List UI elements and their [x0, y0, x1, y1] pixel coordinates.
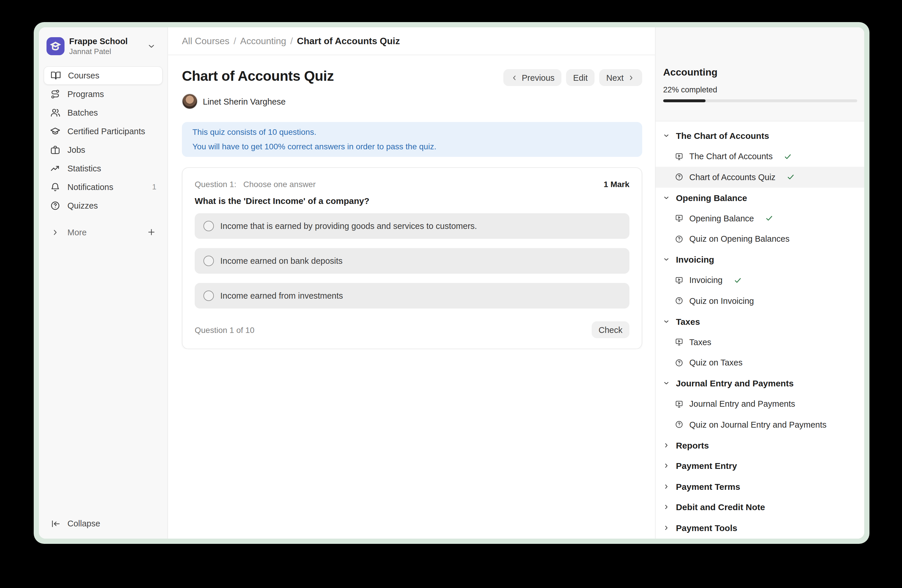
sidebar-item-statistics[interactable]: Statistics [44, 159, 163, 178]
question-text: What is the 'Direct Income' of a company… [195, 196, 630, 206]
check-button[interactable]: Check [592, 321, 630, 338]
outline-item-quiz-on-invoicing[interactable]: Quiz on Invoicing [656, 291, 864, 311]
app-window: Frappe School Jannat Patel CoursesProgra… [34, 22, 869, 544]
breadcrumb-accounting[interactable]: Accounting [240, 36, 286, 46]
outline-section-label: Payment Terms [676, 482, 740, 491]
course-progress-track [663, 99, 857, 102]
course-progress-fill [663, 99, 706, 102]
graduation-cap-icon [50, 126, 60, 136]
help-circle-icon [675, 235, 683, 244]
sidebar-item-batches[interactable]: Batches [44, 103, 163, 122]
sidebar-item-quizzes[interactable]: Quizzes [44, 196, 163, 215]
outline-section-journal-entry-and-payments[interactable]: Journal Entry and Payments [656, 373, 864, 394]
sidebar-item-notifications[interactable]: Notifications1 [44, 178, 163, 196]
sidebar-item-jobs[interactable]: Jobs [44, 140, 163, 159]
chevron-down-icon [662, 194, 670, 202]
edit-button[interactable]: Edit [566, 69, 595, 86]
outline-item-quiz-on-opening-balances[interactable]: Quiz on Opening Balances [656, 228, 864, 249]
outline-item-opening-balance[interactable]: Opening Balance [656, 208, 864, 228]
option-label: Income that is earned by providing goods… [220, 221, 477, 231]
outline-section-reports[interactable]: Reports [656, 435, 864, 455]
route-icon [50, 89, 60, 99]
sidebar-item-programs[interactable]: Programs [44, 84, 163, 103]
outline-item-chart-of-accounts-quiz[interactable]: Chart of Accounts Quiz [656, 167, 864, 188]
sidebar-item-label: Jobs [67, 145, 85, 154]
outline-item-label: Quiz on Taxes [689, 358, 742, 368]
outline-section-payment-tools[interactable]: Payment Tools [656, 518, 864, 538]
previous-button[interactable]: Previous [503, 69, 562, 86]
outline-section-label: Debit and Credit Note [676, 502, 765, 512]
outline-item-label: Invoicing [689, 276, 722, 285]
help-circle-icon [50, 200, 60, 211]
outline-item-invoicing[interactable]: Invoicing [656, 270, 864, 291]
outline-section-label: Reports [676, 440, 709, 450]
outline-section-payment-terms[interactable]: Payment Terms [656, 476, 864, 497]
main-column: All Courses / Accounting / Chart of Acco… [168, 27, 655, 539]
notice-line-2: You will have to get 100% correct answer… [193, 139, 632, 154]
option-label: Income earned on bank deposits [220, 256, 343, 266]
outline-item-label: Opening Balance [689, 214, 754, 223]
help-circle-icon [675, 173, 683, 181]
next-label: Next [606, 73, 623, 82]
sidebar-item-certified-participants[interactable]: Certified Participants [44, 122, 163, 140]
book-open-icon [50, 70, 61, 80]
outline-item-taxes[interactable]: Taxes [656, 332, 864, 352]
outline-item-label: The Chart of Accounts [689, 152, 773, 161]
quiz-option-2[interactable]: Income earned on bank deposits [195, 248, 630, 274]
brand-text: Frappe School Jannat Patel [69, 37, 143, 56]
help-circle-icon [675, 297, 683, 305]
question-card-header: Question 1: Choose one answer 1 Mark [195, 180, 630, 189]
outline-section-label: Taxes [676, 317, 700, 327]
collapse-button[interactable]: Collapse [44, 514, 163, 533]
chevron-right-icon [662, 442, 670, 449]
radio-button[interactable] [204, 291, 214, 301]
question-card-footer: Question 1 of 10 Check [195, 321, 630, 338]
chevron-down-icon [147, 42, 156, 51]
radio-button[interactable] [204, 256, 214, 266]
notification-count-badge: 1 [152, 183, 157, 191]
course-panel-header: Accounting 22% completed [656, 27, 864, 122]
outline-item-journal-entry-and-payments[interactable]: Journal Entry and Payments [656, 394, 864, 414]
outline-section-debit-and-credit-note[interactable]: Debit and Credit Note [656, 497, 864, 518]
arrow-left-to-line-icon [50, 519, 60, 529]
outline-section-label: Journal Entry and Payments [676, 378, 794, 388]
sidebar-item-courses[interactable]: Courses [44, 66, 163, 84]
users-icon [50, 107, 60, 118]
outline-section-label: The Chart of Accounts [676, 131, 769, 141]
outline-section-the-chart-of-accounts[interactable]: The Chart of Accounts [656, 125, 864, 146]
outline-item-the-chart-of-accounts[interactable]: The Chart of Accounts [656, 146, 864, 167]
chevron-right-icon [662, 462, 670, 470]
monitor-play-icon [675, 338, 683, 347]
outline-item-quiz-on-journal-entry-and-payments[interactable]: Quiz on Journal Entry and Payments [656, 414, 864, 435]
brand-user-name: Jannat Patel [69, 47, 143, 56]
course-title: Accounting [663, 67, 857, 78]
sidebar-item-label: Certified Participants [67, 127, 145, 136]
outline-section-invoicing[interactable]: Invoicing [656, 249, 864, 270]
outline-item-label: Journal Entry and Payments [689, 399, 795, 409]
sidebar-bottom: Collapse [39, 514, 168, 539]
quiz-option-3[interactable]: Income earned from investments [195, 283, 630, 308]
quiz-option-1[interactable]: Income that is earned by providing goods… [195, 213, 630, 239]
sidebar-item-label: Notifications [67, 182, 113, 191]
outline-item-quiz-on-taxes[interactable]: Quiz on Taxes [656, 352, 864, 373]
outline-section-taxes[interactable]: Taxes [656, 311, 864, 332]
outline-section-payment-entry[interactable]: Payment Entry [656, 455, 864, 476]
monitor-play-icon [675, 152, 683, 161]
sidebar-item-more[interactable]: More [44, 223, 163, 241]
left-sidebar: Frappe School Jannat Patel CoursesProgra… [39, 27, 168, 539]
monitor-play-icon [675, 400, 683, 408]
workspace-switcher[interactable]: Frappe School Jannat Patel [39, 27, 168, 56]
chevron-right-icon [50, 227, 60, 237]
more-label: More [67, 227, 86, 237]
outline-section-label: Payment Entry [676, 461, 737, 471]
radio-button[interactable] [204, 221, 214, 231]
notice-line-1: This quiz consists of 10 questions. [193, 125, 632, 139]
add-icon[interactable] [146, 227, 157, 237]
breadcrumb-separator: / [233, 36, 236, 46]
next-button[interactable]: Next [599, 69, 642, 86]
help-circle-icon [675, 421, 683, 429]
question-marks: 1 Mark [604, 180, 630, 189]
outline-section-opening-balance[interactable]: Opening Balance [656, 188, 864, 208]
toolbar: Previous Edit Next [503, 69, 642, 86]
breadcrumb-all-courses[interactable]: All Courses [182, 36, 230, 46]
